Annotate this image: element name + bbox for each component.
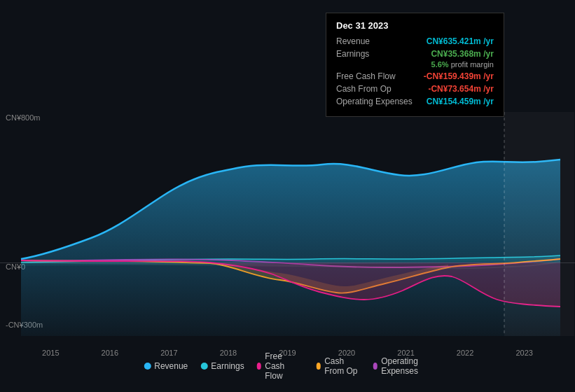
legend-earnings[interactable]: Earnings <box>200 361 244 371</box>
tooltip-earnings-label: Earnings <box>336 49 369 59</box>
chart-svg <box>0 112 575 336</box>
profit-margin-row: 5.6% profit margin <box>336 60 494 69</box>
tooltip-revenue-label: Revenue <box>336 36 370 46</box>
tooltip-fcf-label: Free Cash Flow <box>336 71 396 81</box>
tooltip-revenue-value: CN¥635.421m /yr <box>427 36 494 46</box>
x-label-2016: 2016 <box>102 349 118 357</box>
tooltip-cfo-label: Cash From Op <box>336 84 392 94</box>
legend-cfo[interactable]: Cash From Op <box>317 356 361 376</box>
legend-fcf[interactable]: Free Cash Flow <box>257 351 304 381</box>
legend-dot-opex <box>373 363 378 370</box>
tooltip-date: Dec 31 2023 <box>336 20 494 31</box>
legend-dot-cfo <box>317 363 321 370</box>
tooltip-row-cfo: Cash From Op -CN¥73.654m /yr <box>336 84 494 94</box>
tooltip-row-revenue: Revenue CN¥635.421m /yr <box>336 36 494 46</box>
tooltip-box: Dec 31 2023 Revenue CN¥635.421m /yr Earn… <box>326 13 504 117</box>
legend-label-fcf: Free Cash Flow <box>265 351 303 381</box>
x-label-2015: 2015 <box>42 349 59 357</box>
legend-opex[interactable]: Operating Expenses <box>373 356 431 376</box>
tooltip-opex-label: Operating Expenses <box>336 97 413 106</box>
tooltip-row-fcf: Free Cash Flow -CN¥159.439m /yr <box>336 71 494 81</box>
tooltip-cfo-value: -CN¥73.654m /yr <box>428 84 493 94</box>
tooltip-fcf-value: -CN¥159.439m /yr <box>424 71 494 81</box>
legend-label-earnings: Earnings <box>211 361 244 371</box>
legend-label-revenue: Revenue <box>154 361 188 371</box>
legend-label-opex: Operating Expenses <box>381 356 431 376</box>
svg-rect-1 <box>504 112 574 336</box>
legend-dot-revenue <box>144 363 151 370</box>
tooltip-row-earnings: Earnings CN¥35.368m /yr <box>336 49 494 59</box>
x-label-2022: 2022 <box>457 349 473 357</box>
chart-container: Dec 31 2023 Revenue CN¥635.421m /yr Earn… <box>0 0 575 392</box>
legend-dot-fcf <box>257 363 262 370</box>
tooltip-row-opex: Operating Expenses CN¥154.459m /yr <box>336 97 494 106</box>
legend-label-cfo: Cash From Op <box>324 356 360 376</box>
tooltip-opex-value: CN¥154.459m /yr <box>427 97 494 106</box>
legend: Revenue Earnings Free Cash Flow Cash Fro… <box>144 351 431 381</box>
tooltip-earnings-value: CN¥35.368m /yr <box>431 49 493 59</box>
legend-revenue[interactable]: Revenue <box>144 361 188 371</box>
x-label-2023: 2023 <box>515 349 532 357</box>
legend-dot-earnings <box>200 363 207 370</box>
